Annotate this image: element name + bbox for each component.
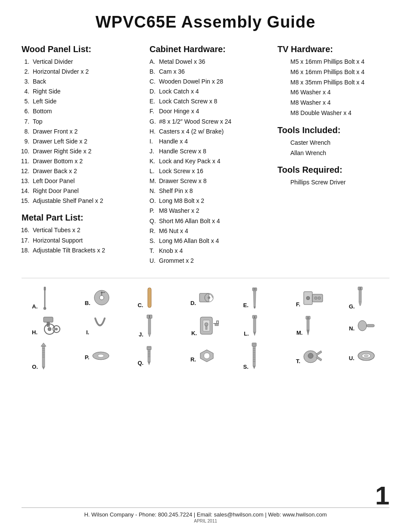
footer: H. Wilson Company - Phone: 800.245.7224 … xyxy=(22,507,389,523)
list-item: J.Handle Screw x 8 xyxy=(149,146,273,156)
list-item: A.Metal Dowel x 36 xyxy=(149,57,273,67)
list-item: Drawer Bottom x 2 xyxy=(31,156,145,166)
svg-rect-66 xyxy=(253,346,255,366)
svg-point-75 xyxy=(308,353,313,358)
metal-dowel-icon xyxy=(40,286,50,310)
tools-required-heading: Tools Required: xyxy=(277,165,389,175)
list-item: M.Drawer Screw x 8 xyxy=(149,176,273,186)
part-a: A. xyxy=(32,286,62,310)
list-item: Drawer Front x 2 xyxy=(31,127,145,137)
part-k: K. xyxy=(191,315,221,336)
wood-panel-heading: Wood Panel List: xyxy=(22,44,145,54)
part-f: F. xyxy=(296,288,326,308)
nut-icon xyxy=(199,349,215,363)
list-item: Back xyxy=(31,77,145,87)
page-title: WPVC65E Assembly Guide xyxy=(22,13,389,31)
list-item: K.Lock and Key Pack x 4 xyxy=(149,156,273,166)
tools-included-heading: Tools Included: xyxy=(277,125,389,135)
parts-row-2: H. I. xyxy=(22,314,389,338)
list-item: E.Lock Catch Screw x 8 xyxy=(149,96,273,106)
parts-row-1: A. B. xyxy=(22,286,389,310)
list-item: B.Cam x 36 xyxy=(149,67,273,77)
right-column: TV Hardware: M5 x 16mm Phillips Bolt x 4… xyxy=(277,44,389,266)
part-h: H. xyxy=(32,316,64,336)
part-c: C. xyxy=(137,287,168,308)
middle-column: Cabinet Hardware: A.Metal Dowel x 36 B.C… xyxy=(149,44,277,266)
svg-point-2 xyxy=(44,307,46,310)
svg-rect-43 xyxy=(307,319,309,330)
part-j: J. xyxy=(139,314,169,338)
part-q: Q. xyxy=(137,345,168,366)
handle-screw-icon xyxy=(146,314,153,338)
grommet-icon xyxy=(357,350,375,361)
part-o: O. xyxy=(32,342,62,370)
list-item: Drawer Back x 2 xyxy=(31,166,145,176)
page: WPVC65E Assembly Guide Wood Panel List: … xyxy=(0,0,411,532)
lock-key-icon xyxy=(199,315,220,336)
svg-rect-45 xyxy=(367,324,374,327)
svg-point-54 xyxy=(98,355,104,358)
svg-marker-46 xyxy=(41,343,46,346)
svg-rect-64 xyxy=(252,343,256,346)
list-item: N.Shelf Pin x 8 xyxy=(149,186,273,196)
list-item: Left Side xyxy=(31,96,145,106)
shelf-pin-icon xyxy=(357,320,375,332)
svg-point-35 xyxy=(205,323,208,326)
svg-rect-9 xyxy=(199,293,209,302)
list-item: Vertical Divider xyxy=(31,57,145,67)
list-item: D.Lock Catch x 4 xyxy=(149,87,273,96)
footer-text: H. Wilson Company - Phone: 800.245.7224 … xyxy=(84,511,327,518)
svg-rect-22 xyxy=(359,290,361,302)
content-area: Wood Panel List: Vertical Divider Horizo… xyxy=(22,44,389,266)
list-item: Q.Short M6 Allan Bolt x 4 xyxy=(149,216,273,226)
lock-catch-icon xyxy=(199,289,215,306)
knob-icon xyxy=(303,347,324,364)
tools-required-list: Phillips Screw Driver xyxy=(277,177,389,188)
list-item: Phillips Screw Driver xyxy=(290,177,389,188)
list-item: M6 Washer x 4 xyxy=(290,87,389,98)
part-b: B. xyxy=(85,289,115,306)
list-item: M8 Double Washer x 4 xyxy=(290,108,389,118)
list-item: Drawer Right Side x 2 xyxy=(31,146,145,156)
list-item: Horizontal Divder x 2 xyxy=(31,67,145,77)
cam-icon xyxy=(93,289,110,306)
svg-point-44 xyxy=(358,320,367,331)
tools-included-list: Caster Wrench Allan Wrench xyxy=(277,138,389,159)
svg-rect-23 xyxy=(44,317,53,322)
cabinet-hardware-heading: Cabinet Hardware: xyxy=(149,44,273,54)
part-u: U. xyxy=(349,350,379,361)
svg-point-4 xyxy=(100,296,104,300)
long-bolt-icon xyxy=(40,342,47,370)
footer-date: APRIL 2011 xyxy=(22,519,389,523)
tv-hardware-heading: TV Hardware: xyxy=(277,44,389,54)
list-item: S.Long M6 Allan Bolt x 4 xyxy=(149,236,273,246)
list-item: C.Wooden Dowel Pin x 28 xyxy=(149,77,273,87)
svg-rect-0 xyxy=(44,287,46,290)
list-item: I.Handle x 4 xyxy=(149,137,273,146)
list-item: R.M6 Nut x 4 xyxy=(149,226,273,236)
dowel-pin-icon xyxy=(146,287,153,308)
part-s: S. xyxy=(243,342,274,370)
part-n: N. xyxy=(349,320,379,332)
drawer-screw-icon xyxy=(305,315,311,336)
allan-bolt-short-icon xyxy=(146,345,152,366)
list-item: F.Door Hinge x 4 xyxy=(149,106,273,116)
svg-rect-47 xyxy=(42,346,45,367)
svg-rect-32 xyxy=(148,318,151,333)
list-item: T.Knob x 4 xyxy=(149,246,273,256)
part-l: L. xyxy=(244,314,274,337)
list-item: P.M8 Washer x 2 xyxy=(149,206,273,216)
list-item: L.Lock Screw x 16 xyxy=(149,166,273,176)
allan-bolt-long-icon xyxy=(251,342,257,370)
svg-point-11 xyxy=(208,296,210,299)
metal-part-heading: Metal Part List: xyxy=(22,213,145,223)
svg-point-26 xyxy=(48,327,51,331)
list-item: Bottom xyxy=(31,106,145,116)
svg-rect-17 xyxy=(312,294,323,302)
door-hinge-icon xyxy=(303,288,324,308)
list-item: O.Long M8 Bolt x 2 xyxy=(149,196,273,206)
list-item: Adjustable Tilt Brackets x 2 xyxy=(31,246,145,255)
part-e: E. xyxy=(243,287,274,308)
tv-hardware-list: M5 x 16mm Phillips Bolt x 4 M6 x 16mm Ph… xyxy=(277,57,389,118)
list-item: U.Grommet x 2 xyxy=(149,256,273,266)
